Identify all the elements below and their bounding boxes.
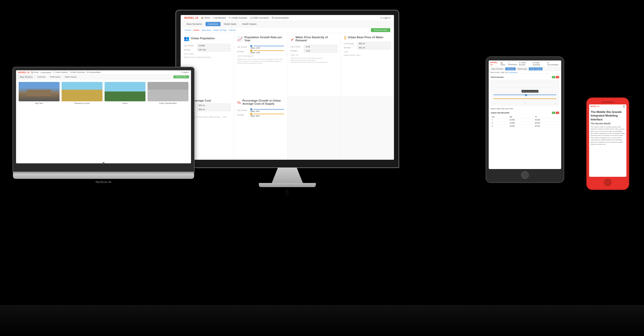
mb-tab-outputs[interactable]: Model Outputs	[63, 75, 78, 78]
lc-value-el[interactable]: -0.32	[304, 45, 338, 48]
green-label: Green	[105, 102, 145, 104]
lc-pg-line	[253, 109, 284, 110]
imac-nav-login[interactable]: ⊙ Login ▾	[380, 17, 390, 19]
imac-nav-public[interactable]: ❏ Public Scenarios	[250, 17, 269, 19]
urban-action1[interactable]: ✓	[552, 112, 555, 114]
mb-review-button[interactable]: Review & Run	[173, 75, 189, 78]
farm-income-action1[interactable]: ✓	[552, 76, 555, 78]
ep-value-el[interactable]: -0.32	[304, 49, 338, 52]
imac-app-logo: MODEL UI	[184, 16, 198, 19]
imac-tab-customize[interactable]: Customize	[206, 22, 221, 26]
ip-tab-outputs[interactable]: Model Outputs	[529, 67, 542, 70]
imac-review-button[interactable]: Review & Run	[371, 28, 390, 32]
ip-sub-economics[interactable]: Economics	[509, 72, 517, 73]
ip-nav-home[interactable]: 🏠 Home	[501, 62, 507, 66]
pop-growth-title: Population Growth Rate per Year	[244, 36, 284, 42]
imac-device: MODEL UI 🏠 Home ≡ Introduction ✎ Create …	[176, 10, 399, 197]
mb-tab-customize[interactable]: Customize	[35, 75, 47, 78]
imac-nav-home[interactable]: 🏠 Home	[201, 17, 210, 19]
lc-value-bp[interactable]: 801.14	[357, 42, 391, 45]
imac-nav-create[interactable]: ✎ Create Scenario	[229, 17, 247, 19]
imac-sub-tab-urban[interactable]: Urban	[193, 29, 199, 31]
industrial-image	[148, 82, 188, 101]
mb-nav-intro[interactable]: ≡ Introduction	[40, 72, 51, 73]
macbook-model-label: MacBook Air	[13, 180, 194, 184]
lc-slider-dot	[250, 45, 252, 47]
ip-nav-docs[interactable]: ☰ Documentation	[547, 62, 560, 66]
chart-gridline-top	[494, 82, 556, 82]
business-usual-label: Business as Usual	[62, 102, 103, 104]
ep-value-bp[interactable]: 801.14	[357, 46, 391, 49]
ip-tab-base[interactable]: Base Scenarios	[490, 67, 505, 70]
percent-icon: %	[237, 101, 241, 105]
ipad-home-button[interactable]	[521, 171, 529, 179]
farm-income-action2[interactable]: ✕	[556, 76, 559, 78]
mb-scenario-grid: High Tech Business as Usual Green P	[19, 82, 188, 104]
growth-icon: 📈	[237, 36, 243, 42]
iphone-home-button[interactable]	[604, 179, 611, 186]
ip-tab-inputs[interactable]: Model Inputs	[516, 67, 528, 70]
imac-sub-tab-agriculture[interactable]: Agriculture	[201, 29, 211, 31]
imac-nav-docs[interactable]: ☰ Documentation	[272, 17, 289, 19]
ip-sub-wateruse[interactable]: Water Use	[501, 72, 508, 73]
col-nm: NM	[509, 116, 534, 118]
ep-label-pop: El Paso	[184, 49, 195, 51]
ep-value-pop[interactable]: 207,192	[197, 48, 231, 51]
mb-nav-create[interactable]: ✎ Create Scenario	[53, 71, 68, 73]
urban-net-benefits-title: Urban Net Benefits ✓ ✕	[491, 112, 559, 114]
imac-navbar: MODEL UI 🏠 Home ≡ Introduction ✎ Create …	[181, 15, 394, 21]
dollar-icon: $	[344, 36, 346, 40]
imac-tab-base[interactable]: Base Scenarios	[184, 22, 204, 26]
dam-image	[19, 82, 60, 101]
mb-navbar: MODEL UI 🏠 Home ≡ Introduction ✎ Create …	[16, 70, 191, 75]
chart-gridline-mid	[494, 87, 556, 88]
high-tech-label: High Tech	[19, 102, 60, 104]
scenario-business-usual[interactable]: Business as Usual	[62, 82, 103, 104]
ipad-device: MODEL UI 🏠 Home ≡ Introduction ✎ Create …	[486, 57, 564, 182]
urban-action2[interactable]: ✕	[556, 112, 559, 114]
mb-nav-home[interactable]: 🏠 Home	[31, 71, 39, 73]
lc-value-pop[interactable]: 20,000	[197, 44, 231, 47]
pop-source: Default Source: Base year (2012) -	[184, 56, 231, 58]
card-pop-growth: 📈 Population Growth Rate per Year Las Cr…	[234, 33, 287, 96]
ep-value-ac[interactable]: 851.14	[197, 108, 231, 111]
imac-base	[259, 183, 316, 187]
base-price-title: Urban Base Price of Water	[348, 36, 384, 39]
ph-menu-icon[interactable]: ☰	[623, 105, 625, 108]
macbook-screen: MODEL UI 🏠 Home ≡ Introduction ✎ Create …	[16, 70, 191, 163]
imac-sub-tab-climate[interactable]: Climate	[184, 29, 191, 31]
ip-tab-customize[interactable]: Customize	[505, 67, 516, 70]
mb-tab-inputs[interactable]: Model Inputs	[48, 75, 62, 78]
scenario-policy[interactable]: Policy Transformation	[148, 82, 188, 104]
pct-title: Percentage Growth in Urban Average Cost …	[242, 99, 284, 105]
lc-label-pop: Las Cruces	[184, 44, 195, 47]
mb-nav-public[interactable]: ❏ Public Scenarios	[70, 71, 85, 73]
mb-tab-base[interactable]: Base Scenarios	[18, 75, 34, 78]
mb-nav-docs[interactable]: ☰ Documentation	[87, 71, 101, 73]
imac-sub-tab-policies[interactable]: Policies	[229, 29, 236, 31]
chart-tooltip: NM: $2,716 10.44,002	[522, 90, 538, 93]
macbook-hinge	[13, 172, 194, 174]
population-icon: 👥	[184, 36, 189, 41]
scenario-green[interactable]: Green	[105, 82, 145, 104]
scenario-high-tech[interactable]: High Tech	[19, 82, 60, 104]
imac-nav-introduction[interactable]: ≡ Introduction	[213, 17, 226, 19]
mb-nav-login[interactable]: ⊙ Login ▾	[181, 71, 189, 73]
ip-nav-create[interactable]: ✎ Create Scenario	[519, 62, 532, 66]
imac-stand	[272, 167, 303, 183]
apple-logo-icon: 	[176, 188, 399, 196]
imac-tab-inputs[interactable]: Model Inputs	[222, 22, 239, 26]
ep-label-gr: El Paso	[237, 50, 249, 53]
ep-pg-line	[253, 114, 284, 114]
ip-sub-water[interactable]: Water Activity	[490, 72, 500, 73]
macbook-base	[13, 174, 194, 179]
bp-units: Units:	[344, 51, 391, 53]
ip-nav-intro[interactable]: ≡ Introduction	[508, 62, 518, 65]
farm-income-chart: NM: $2,716 10.44,002 1 2 3	[491, 80, 559, 106]
imac-tab-outputs[interactable]: Model Outputs	[240, 22, 259, 26]
ip-app-logo: MODEL UI	[490, 61, 500, 66]
chart-line-orange	[494, 98, 556, 99]
ip-nav-public[interactable]: ❏ Public Scenarios	[533, 62, 546, 66]
lc-value-ac[interactable]: 851.14	[197, 104, 231, 107]
imac-sub-tab-water[interactable]: Water Storage	[214, 29, 227, 31]
